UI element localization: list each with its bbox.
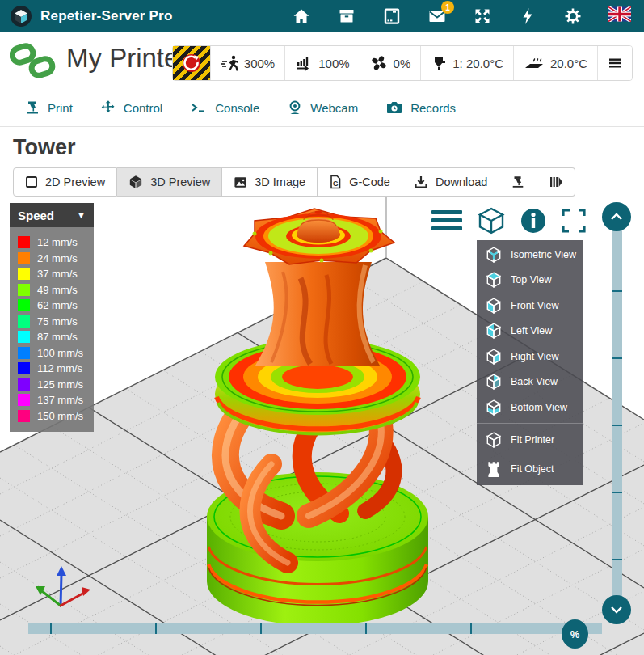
legend-color-swatch: [18, 378, 30, 391]
emergency-stop-icon: [173, 46, 210, 80]
cube-icon: [128, 175, 143, 189]
fan-icon: [370, 54, 388, 72]
scroll-up-button[interactable]: [602, 202, 631, 231]
button-gcode-label: G-Code: [349, 175, 390, 188]
console-icon: [190, 99, 208, 116]
uk-flag-icon[interactable]: [608, 6, 628, 26]
menu-item-top-view[interactable]: Top View: [477, 268, 583, 294]
legend-item: 62 mm/s: [10, 298, 94, 314]
button-3d-image[interactable]: 3D Image: [222, 167, 318, 196]
print-icon: [24, 99, 40, 116]
button-gcode[interactable]: G G-Code: [318, 167, 402, 196]
button-download-label: Download: [436, 175, 488, 188]
emergency-stop-button[interactable]: [173, 46, 210, 80]
image-icon: [234, 175, 247, 189]
viewport-3d[interactable]: Speed ▼ 12 mm/s 24 mm/s 37 mm/s 49 mm/s …: [0, 197, 644, 655]
tab-control[interactable]: Control: [100, 99, 162, 116]
tab-webcam[interactable]: Webcam: [287, 99, 358, 116]
percent-label: %: [570, 628, 580, 640]
extruder-temp-value: 1: 20.0°C: [452, 57, 503, 70]
menu-item-fit-printer[interactable]: Fit Printer: [477, 425, 583, 454]
tab-records[interactable]: Records: [385, 99, 456, 116]
button-2d-preview[interactable]: 2D Preview: [13, 167, 117, 196]
fan-button[interactable]: 0%: [360, 46, 421, 80]
frame-icon[interactable]: [382, 6, 402, 26]
legend-item: 137 mm/s: [10, 392, 94, 408]
records-icon: [385, 99, 403, 116]
flow-button[interactable]: 100%: [284, 46, 359, 80]
fan-value: 0%: [394, 57, 411, 70]
cube-isometric-icon: [485, 246, 503, 264]
bolt-icon[interactable]: [518, 6, 537, 26]
legend-item: 150 mm/s: [10, 408, 94, 425]
gear-icon[interactable]: [563, 6, 583, 26]
cube-back-icon: [485, 373, 503, 391]
rook-icon: [485, 460, 503, 478]
mail-icon[interactable]: 1: [427, 6, 447, 26]
button-send-to-printer[interactable]: [499, 167, 537, 196]
menu-item-back-view[interactable]: Back View: [477, 370, 583, 395]
printer-menu-button[interactable]: [597, 46, 632, 80]
gcode-file-icon: G: [329, 175, 342, 189]
printer-name: My Printer: [66, 43, 187, 74]
menu-item-left-view[interactable]: Left View: [477, 319, 583, 344]
cube-top-icon: [485, 271, 503, 289]
scroll-down-button[interactable]: [602, 595, 631, 624]
menu-item-isometric-view[interactable]: Isometric View: [477, 242, 583, 268]
legend-color-swatch: [18, 410, 30, 422]
menu-item-front-view[interactable]: Front View: [477, 293, 583, 319]
legend-item: 24 mm/s: [10, 251, 94, 267]
bed-temp-button[interactable]: 20.0°C: [513, 46, 597, 80]
printer-tabs: Print Control Console Webcam Records: [0, 89, 644, 127]
gcode-file-title: Tower: [0, 127, 644, 166]
printer-status-toolbar: 300% 100% 0% 1: 20.0°C: [172, 45, 633, 81]
legend-item: 12 mm/s: [10, 235, 94, 251]
percent-button[interactable]: %: [562, 619, 588, 649]
webcam-icon: [287, 99, 303, 116]
legend-color-swatch: [18, 315, 30, 328]
menu-item-bottom-view[interactable]: Bottom View: [477, 395, 583, 420]
tab-print[interactable]: Print: [24, 99, 73, 116]
expand-icon[interactable]: [473, 6, 492, 26]
cube-right-icon: [485, 348, 503, 366]
speed-multiplier-button[interactable]: 300%: [210, 46, 284, 80]
top-bar: Repetier-Server Pro 1: [0, 0, 644, 32]
button-layer-render[interactable]: [537, 167, 575, 196]
extruder-icon: [431, 54, 447, 72]
legend-item: 87 mm/s: [10, 329, 94, 345]
button-3d-preview[interactable]: 3D Preview: [117, 167, 222, 196]
legend-body: 12 mm/s 24 mm/s 37 mm/s 49 mm/s 62 mm/s …: [10, 227, 94, 432]
chevron-down-icon: [610, 606, 623, 614]
preview-toolbar: 2D Preview 3D Preview 3D Image G G-Code …: [13, 167, 644, 196]
speed-legend: Speed ▼ 12 mm/s 24 mm/s 37 mm/s 49 mm/s …: [10, 203, 94, 432]
tab-console[interactable]: Console: [190, 99, 259, 116]
heated-bed-icon: [524, 54, 545, 72]
download-icon: [414, 175, 428, 189]
svg-text:G: G: [333, 180, 339, 188]
extruder-temp-button[interactable]: 1: 20.0°C: [420, 46, 513, 80]
mail-badge: 1: [441, 1, 454, 14]
archive-box-icon[interactable]: [337, 6, 356, 26]
legend-color-swatch: [18, 362, 30, 374]
fullscreen-icon[interactable]: [562, 209, 586, 233]
button-download[interactable]: Download: [402, 167, 500, 196]
tab-webcam-label: Webcam: [310, 101, 358, 115]
horizontal-layer-slider[interactable]: [28, 623, 602, 634]
chevron-down-icon: ▼: [77, 210, 86, 220]
legend-color-swatch: [18, 284, 30, 296]
view-cube-icon[interactable]: [478, 207, 505, 235]
printer-header: My Printer 300% 100%: [0, 32, 644, 89]
menu-item-right-view[interactable]: Right View: [477, 344, 583, 370]
layers-play-icon: [549, 175, 563, 188]
render-menu-icon[interactable]: [431, 209, 462, 232]
runner-icon: [221, 54, 238, 72]
legend-dropdown[interactable]: Speed ▼: [10, 203, 94, 227]
cube-bottom-icon: [485, 399, 503, 416]
info-icon[interactable]: [520, 208, 546, 234]
menu-item-fit-object[interactable]: Fit Object: [477, 454, 583, 484]
legend-color-swatch: [18, 268, 30, 280]
chevron-up-icon: [610, 213, 623, 221]
vertical-zoom-slider[interactable]: [612, 228, 622, 602]
tab-console-label: Console: [215, 101, 259, 115]
home-icon[interactable]: [292, 6, 311, 26]
